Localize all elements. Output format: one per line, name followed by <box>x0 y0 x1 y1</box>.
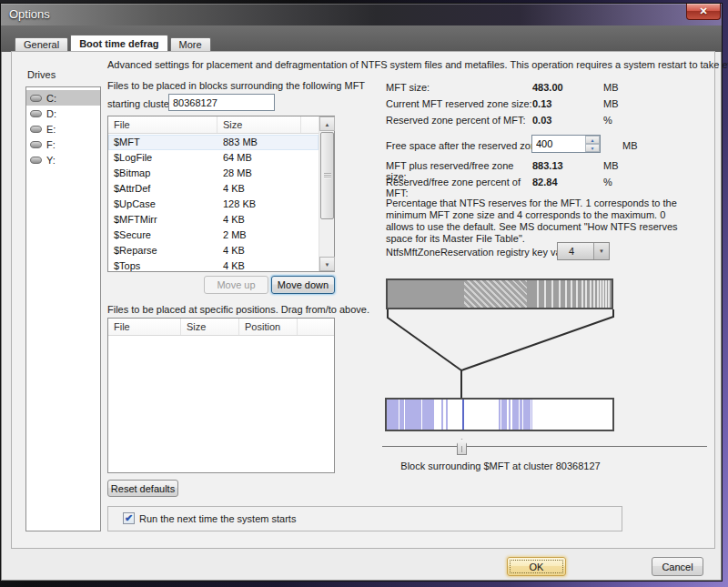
zone-tick <box>576 280 578 308</box>
starting-cluster-input[interactable] <box>168 94 275 111</box>
drive-item-e[interactable]: E: <box>26 121 100 137</box>
file-size: 28 MB <box>217 166 252 181</box>
free-space-input[interactable] <box>532 136 585 152</box>
zone-tick <box>559 280 561 308</box>
file-list-header: File Size <box>108 116 334 134</box>
file-size: 4 KB <box>217 258 245 271</box>
file-row[interactable]: $Bitmap28 MB <box>108 166 318 181</box>
file-name: $Reparse <box>108 243 217 258</box>
close-button[interactable]: ✕ <box>686 4 721 20</box>
column-header-file2[interactable]: File <box>108 319 181 335</box>
stat-unit: MB <box>603 98 619 115</box>
zone-tick <box>600 280 602 308</box>
tab-bar: GeneralBoot time defragMore <box>15 35 213 52</box>
file-row[interactable]: $MFTMirr4 KB <box>108 212 318 228</box>
file-name: $MFTMirr <box>108 212 217 228</box>
file-row[interactable]: $Secure2 MB <box>108 228 318 243</box>
scrollbar-thumb[interactable] <box>320 132 334 219</box>
file-row[interactable]: $Tops4 KB <box>108 258 318 271</box>
tab-boot-time-defrag[interactable]: Boot time defrag <box>70 35 167 52</box>
drives-list[interactable]: C:D:E:F:Y: <box>25 86 101 531</box>
intro-text: Advanced settings for placement and defr… <box>107 59 728 70</box>
cluster-block-bar <box>385 398 614 431</box>
stat-unit: % <box>603 115 612 131</box>
run-next-label[interactable]: Run the next time the system starts <box>139 513 296 524</box>
file-name: $Bitmap <box>108 166 217 181</box>
reserved-zone-hatch <box>464 280 527 308</box>
free-space-unit: MB <box>622 140 638 151</box>
drive-item-c[interactable]: C: <box>26 90 100 106</box>
stat-value: 0.13 <box>532 98 603 115</box>
scroll-up-button[interactable]: ▲ <box>319 116 335 131</box>
scroll-up-icon: ▲ <box>325 122 330 127</box>
cluster-slider-track[interactable] <box>382 446 707 447</box>
drive-item-f[interactable]: F: <box>26 137 100 152</box>
drive-label: F: <box>46 139 56 150</box>
dropdown-arrow-icon: ▼ <box>593 243 609 259</box>
file-size: 4 KB <box>217 181 245 197</box>
file-name: $MFT <box>108 135 217 150</box>
drive-label: D: <box>46 108 56 119</box>
check-icon: ✔ <box>125 512 133 523</box>
file-row[interactable]: $Reparse4 KB <box>108 243 318 258</box>
file-row[interactable]: $LogFile64 MB <box>108 150 318 166</box>
mft-block-heading: Files to be placed in blocks surrounding… <box>107 80 365 91</box>
column-header-size[interactable]: Size <box>217 116 301 133</box>
spin-up-icon: ▲ <box>591 137 595 143</box>
window-title: Options <box>9 7 50 21</box>
stat-label: Reserved zone percent of MFT: <box>386 115 532 131</box>
stat-label: Reserved/free zone percent of MFT: <box>386 177 532 193</box>
drive-icon <box>30 141 42 148</box>
stat-value: 82.84 <box>532 177 603 193</box>
positions-heading: Files to be placed at specific positions… <box>107 304 369 315</box>
starting-cluster-label: starting cluster: <box>107 98 176 109</box>
run-next-checkbox[interactable]: ✔ <box>123 512 135 524</box>
stat-unit: MB <box>603 160 619 177</box>
zone-tick <box>537 280 539 308</box>
data-stripe <box>509 400 511 430</box>
reset-defaults-button[interactable]: Reset defaults <box>107 480 178 497</box>
zone-tick <box>593 280 595 308</box>
tab-more[interactable]: More <box>170 37 211 52</box>
file-row[interactable]: $UpCase128 KB <box>108 197 318 212</box>
zone-tick <box>602 280 604 308</box>
stat-row: Current MFT reserved zone size:0.13MB <box>386 98 619 115</box>
drive-item-y[interactable]: Y: <box>26 152 100 167</box>
mft-file-list: File Size $MFT883 MB$LogFile64 MB$Bitmap… <box>107 116 335 272</box>
registry-value: 4 <box>569 246 574 257</box>
column-header-size2[interactable]: Size <box>181 319 239 335</box>
drive-icon <box>30 157 42 164</box>
move-up-button[interactable]: Move up <box>204 276 268 294</box>
spin-down-button[interactable]: ▼ <box>585 144 600 152</box>
data-stripe <box>501 400 507 430</box>
drive-label: C: <box>46 93 56 104</box>
zoom-funnel-lines <box>382 309 619 400</box>
zone-tick <box>597 280 599 308</box>
spin-up-button[interactable]: ▲ <box>585 136 600 144</box>
stat-label: MFT plus reserved/free zone size: <box>386 160 532 177</box>
zone-tick <box>585 280 587 308</box>
move-down-button[interactable]: Move down <box>271 276 335 294</box>
stat-unit: MB <box>603 82 619 98</box>
drive-icon <box>30 110 42 117</box>
drive-label: Y: <box>46 155 56 166</box>
column-header-position[interactable]: Position <box>239 319 298 335</box>
stat-row: Reserved/free zone percent of MFT:82.84% <box>386 177 619 193</box>
registry-label: NtfsMftZoneReservation registry key valu… <box>386 247 577 258</box>
cancel-button[interactable]: Cancel <box>652 557 703 576</box>
file-row[interactable]: $MFT883 MB <box>108 135 318 150</box>
zone-tick <box>544 280 546 308</box>
spin-down-icon: ▼ <box>591 146 595 151</box>
cluster-caption: Block surrounding $MFT at cluster 803681… <box>386 460 615 471</box>
scroll-down-button[interactable]: ▼ <box>319 257 335 271</box>
drive-item-d[interactable]: D: <box>26 106 100 121</box>
zone-tick <box>605 280 607 308</box>
column-header-file[interactable]: File <box>108 116 217 133</box>
registry-dropdown[interactable]: 4 ▼ <box>557 242 610 260</box>
drive-icon <box>30 95 42 102</box>
tab-general[interactable]: General <box>15 37 68 52</box>
file-row[interactable]: $AttrDef4 KB <box>108 181 318 197</box>
titlebar[interactable]: Options <box>1 4 722 25</box>
ok-button[interactable]: OK <box>507 557 566 576</box>
file-list-scrollbar[interactable]: ▲ ▼ <box>318 116 334 271</box>
